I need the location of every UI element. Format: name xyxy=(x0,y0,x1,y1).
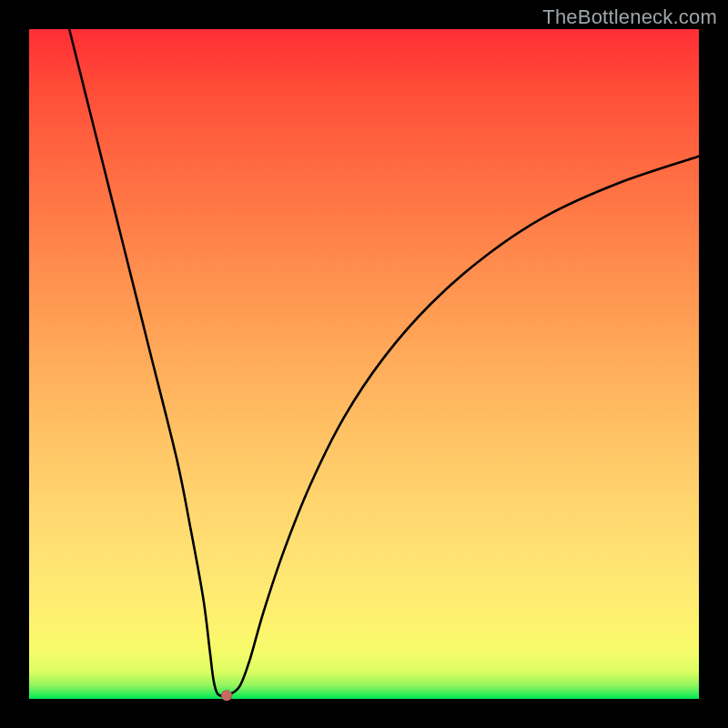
attribution-watermark: TheBottleneck.com xyxy=(542,5,717,29)
bottleneck-curve xyxy=(69,29,699,696)
bottleneck-curve-svg xyxy=(29,29,699,699)
curve-minimum-marker xyxy=(221,690,232,701)
plot-area xyxy=(29,29,699,699)
chart-frame: TheBottleneck.com xyxy=(0,0,728,728)
